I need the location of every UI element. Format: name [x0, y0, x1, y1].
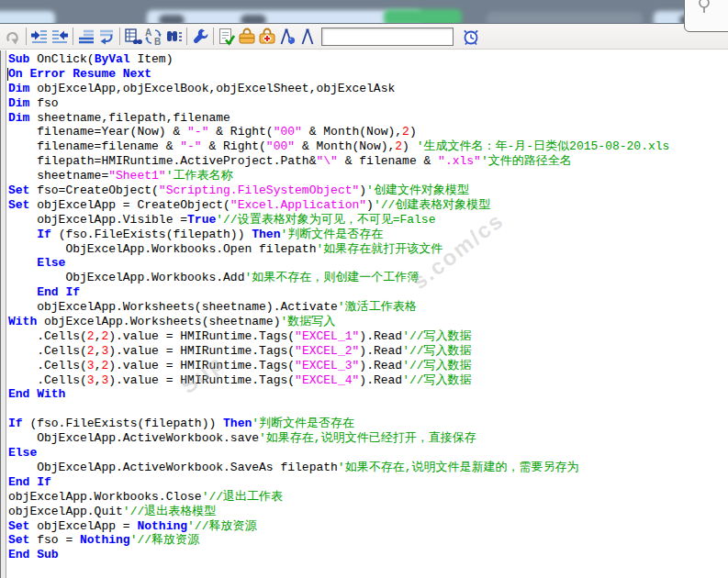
toolbox-button[interactable] — [237, 27, 257, 47]
toolbox-add-icon — [257, 27, 277, 47]
code-line: End If — [8, 475, 728, 490]
find-binoculars-icon — [163, 27, 184, 47]
script-editor-window: A B — [0, 0, 728, 578]
code-line: objExcelApp.Worksheets(sheetname).Activa… — [8, 300, 728, 315]
code-line: With objExcelApp.Worksheets(sheetname)'数… — [8, 315, 728, 329]
code-editor[interactable]: Sub OnClick(ByVal Item)On Error Resume N… — [0, 50, 728, 578]
svg-text:A: A — [145, 28, 151, 38]
code-line: filepath=HMIRuntime.ActiveProject.Path&"… — [8, 154, 728, 169]
code-line: Set objExcelApp = CreateObject("Excel.Ap… — [8, 198, 728, 213]
code-line — [8, 402, 728, 417]
code-line: Set fso = Nothing'//释放资源 — [8, 533, 728, 548]
code-line: objExcelApp.Workbooks.Close'//退出工作表 — [8, 490, 728, 505]
overlapping-window-fragment — [684, 0, 728, 32]
timer-button[interactable] — [461, 27, 481, 47]
compass-object-icon — [277, 27, 297, 47]
toolbar-separator — [26, 28, 27, 45]
code-line: Set objExcelApp = Nothing'//释放资源 — [8, 519, 728, 534]
code-line: ObjExcelApp.Workbooks.Add'如果不存在，则创建一个工作簿 — [8, 271, 728, 285]
code-line: filename=Year(Now) & "-" & Right("00" & … — [8, 125, 728, 139]
replace-icon: A B — [143, 27, 163, 47]
editor-toolbar: A B — [0, 23, 728, 50]
code-line: Dim fso — [8, 96, 728, 111]
code-line: Else — [8, 256, 728, 271]
outdent-button[interactable] — [50, 27, 70, 47]
code-line: .Cells(2,3).value = HMIRuntime.Tags("EXC… — [8, 344, 728, 359]
outdent-icon — [50, 27, 70, 47]
code-line: On Error Resume Next — [8, 67, 728, 82]
lines-undo-icon — [96, 27, 117, 47]
code-line: objExcelApp.Visible =True'//设置表格对象为可见，不可… — [8, 213, 728, 228]
tools-button[interactable] — [190, 27, 210, 47]
find-in-document-button[interactable] — [123, 27, 143, 47]
svg-text:B: B — [154, 37, 161, 47]
blurred-green-button — [384, 9, 462, 23]
replace-button[interactable]: A B — [143, 27, 163, 47]
wrench-icon — [190, 27, 210, 47]
code-line: .Cells(3,2).value = HMIRuntime.Tags("EXC… — [8, 359, 728, 373]
text-caret — [7, 68, 8, 81]
code-line: End With — [8, 387, 728, 402]
blurred-glyph — [241, 15, 266, 23]
code-line: Dim objExcelApp,objExcelBook,objExcelShe… — [8, 82, 728, 96]
toolbar-separator — [73, 28, 73, 45]
compass-icon — [297, 27, 318, 47]
selection-margin — [1, 50, 6, 578]
code-lines: Sub OnClick(ByVal Item)On Error Resume N… — [8, 52, 728, 562]
code-line: Else — [8, 446, 728, 461]
toolbar-separator — [119, 28, 120, 45]
measure-button[interactable] — [297, 27, 318, 47]
cropped-glyph-icon — [696, 0, 712, 16]
code-line: ObjExcelApp.ActiveWorkbook.save'如果存在,说明文… — [8, 431, 728, 446]
syntax-check-button[interactable] — [217, 27, 237, 47]
toolbar-separator — [213, 28, 214, 45]
code-line: Sub OnClick(ByVal Item) — [8, 52, 728, 67]
blurred-glyph — [159, 15, 185, 23]
indent-button[interactable] — [29, 27, 50, 47]
code-line: ObjExcelApp.Workbooks.Open filepath'如果存在… — [8, 242, 728, 257]
format-revert-button[interactable] — [96, 27, 117, 47]
background-window-strip — [0, 0, 728, 23]
indent-icon — [29, 27, 50, 47]
toolbox-add-button[interactable] — [257, 27, 277, 47]
syntax-check-icon — [217, 27, 237, 47]
blurred-panel — [487, 12, 643, 23]
code-line: filename=filename & "-" & Right("00" & M… — [8, 139, 728, 154]
code-line: If (fso.FileExists(filepath)) Then'判断文件是… — [8, 228, 728, 242]
code-line: End Sub — [8, 548, 728, 562]
code-line: objExcelApp.Quit'//退出表格模型 — [8, 505, 728, 519]
code-line: Dim sheetname,filepath,filename — [8, 111, 728, 126]
blurred-panel — [147, 10, 422, 23]
object-picker-button[interactable] — [277, 27, 297, 47]
code-line: End If — [8, 285, 728, 300]
toolbar-separator — [186, 28, 187, 45]
find-next-button[interactable] — [163, 27, 184, 47]
find-in-document-icon — [123, 27, 143, 47]
format-align-button[interactable] — [76, 27, 96, 47]
redo-button[interactable] — [3, 27, 23, 47]
timer-icon — [461, 27, 481, 47]
code-line: .Cells(3,3).value = HMIRuntime.Tags("EXC… — [8, 373, 728, 388]
redo-icon — [3, 27, 23, 47]
toolbar-search-input[interactable] — [321, 28, 454, 46]
code-line: If (fso.FileExists(filepath)) Then'判断文件是… — [8, 417, 728, 431]
code-line: .Cells(2,2).value = HMIRuntime.Tags("EXC… — [8, 329, 728, 344]
code-line: sheetname="Sheet1"'工作表名称 — [8, 169, 728, 183]
code-line: Set fso=CreateObject("Scripting.FileSyst… — [8, 183, 728, 198]
toolbox-icon — [237, 27, 257, 47]
code-line: ObjExcelApp.ActiveWorkbook.SaveAs filepa… — [8, 461, 728, 475]
align-lines-icon — [76, 27, 96, 47]
blurred-button — [0, 11, 55, 23]
